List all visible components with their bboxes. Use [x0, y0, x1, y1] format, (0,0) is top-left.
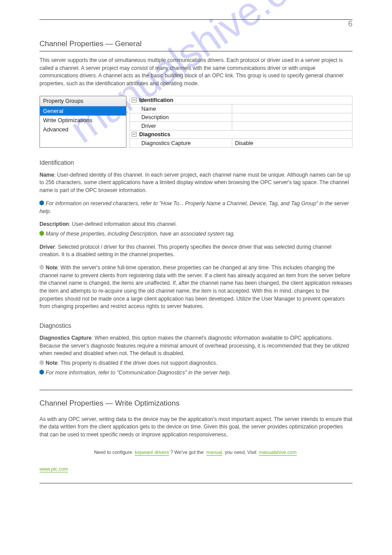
section-heading-general: Channel Properties — General	[40, 40, 352, 51]
prop-diag-label: Diagnostics Capture	[130, 139, 232, 148]
text-driver: : Selected protocol / driver for this ch…	[40, 244, 331, 258]
writeopt-paragraph: As with any OPC server, writing data to …	[40, 416, 352, 439]
property-groups-header: Property Groups	[40, 96, 126, 106]
property-table: −Identification Name Description Driver …	[129, 96, 352, 148]
text-name: : User-defined identity of this channel.…	[40, 172, 351, 193]
note-diag2: For more information, refer to "Communic…	[40, 369, 352, 377]
footer-link-drivers[interactable]: kepware drivers	[135, 450, 169, 456]
top-rule	[40, 19, 352, 20]
footer-link-site[interactable]: manualshive.com	[259, 450, 297, 456]
prop-group-row-diagnostics[interactable]: −Diagnostics	[130, 130, 352, 139]
note-icon	[40, 360, 44, 365]
tip-icon	[40, 231, 44, 236]
definition-description: Description: User-defined information ab…	[40, 221, 352, 229]
footer-lead: Need to configure	[94, 450, 133, 455]
footer-mid2: you need. Visit	[223, 450, 258, 455]
term-diagnostics: Diagnostics Capture	[40, 335, 92, 341]
subheading-diagnostics: Diagnostics	[40, 322, 352, 329]
collapse-icon[interactable]: −	[132, 98, 137, 102]
prop-group-advanced[interactable]: Advanced	[40, 125, 126, 134]
note-name: For information on reserved characters, …	[40, 200, 352, 215]
prop-driver-label: Driver	[130, 122, 232, 131]
note-description: Many of these properties, including Desc…	[40, 230, 352, 238]
footer-links: Need to configure kepware drivers? We've…	[40, 450, 352, 455]
prop-diag-value[interactable]: Disable	[232, 139, 352, 148]
note-label-2: Note	[46, 360, 58, 366]
definition-name: Name: User-defined identity of this chan…	[40, 171, 352, 195]
prop-driver-value[interactable]	[232, 122, 352, 131]
prop-description-label: Description	[130, 113, 232, 122]
info-icon	[40, 370, 44, 375]
footer-mid1: ? We've got the	[170, 450, 205, 455]
term-description: Description	[40, 221, 69, 227]
note-diag1: Note: This property is disabled if the d…	[40, 359, 352, 367]
note-driver: Note: With the server's online full-time…	[40, 264, 352, 311]
prop-name-value[interactable]	[232, 105, 352, 113]
note-diag2-text: For more information, refer to "Communic…	[46, 370, 231, 376]
divider	[40, 390, 352, 390]
footer-ptc-link[interactable]: www.ptc.com	[40, 466, 68, 472]
note-driver-text: : With the server's online full-time ope…	[40, 265, 352, 309]
note-name-text: For information on reserved characters, …	[40, 200, 349, 214]
section-heading-writeopt: Channel Properties — Write Optimizations	[40, 399, 352, 410]
prop-group-write-opt[interactable]: Write Optimizations	[40, 116, 126, 125]
prop-group-general[interactable]: General	[40, 106, 126, 116]
definition-diagnostics: Diagnostics Capture: When enabled, this …	[40, 334, 352, 358]
note-desc-text: Many of these properties, including Desc…	[46, 231, 235, 237]
info-icon	[40, 200, 44, 206]
subheading-identification: Identification	[40, 159, 352, 166]
note-icon	[40, 265, 44, 270]
text-description: : User-defined information about this ch…	[69, 221, 177, 227]
property-groups-list: Property Groups General Write Optimizati…	[40, 96, 126, 148]
prop-name-label: Name	[130, 105, 232, 113]
prop-group-row-identification[interactable]: −Identification	[130, 96, 352, 105]
term-driver: Driver	[40, 244, 55, 250]
footer-link-manual[interactable]: manual	[206, 450, 222, 456]
note-diag1-text: : This property is disabled if the drive…	[58, 360, 217, 366]
intro-paragraph: This server supports the use of simultan…	[40, 57, 352, 88]
page-number: 6	[348, 19, 352, 29]
note-label: Note	[46, 265, 58, 271]
collapse-icon[interactable]: −	[132, 132, 137, 137]
term-name: Name	[40, 172, 54, 178]
prop-description-value[interactable]	[232, 113, 352, 122]
definition-driver: Driver: Selected protocol / driver for t…	[40, 243, 352, 259]
properties-panel: Property Groups General Write Optimizati…	[40, 96, 352, 148]
bottom-rule	[40, 483, 352, 483]
